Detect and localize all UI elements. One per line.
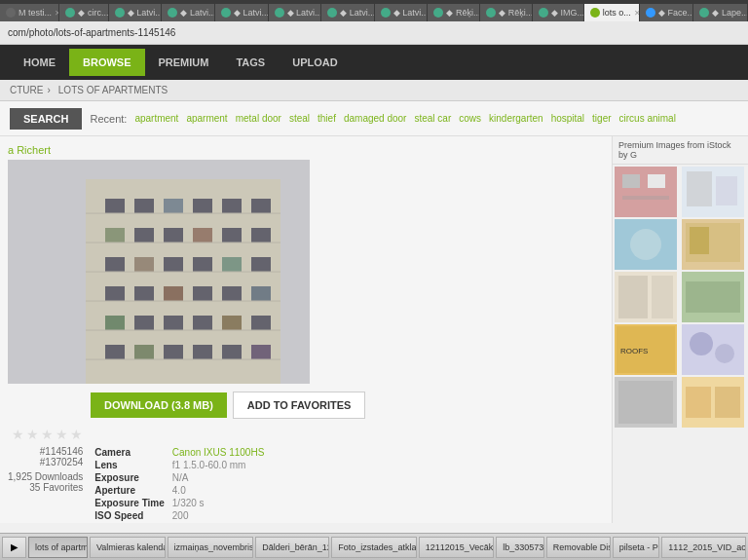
svg-rect-5	[164, 199, 183, 213]
svg-rect-18	[193, 257, 212, 272]
svg-rect-29	[164, 316, 183, 330]
tab-icon-2	[65, 8, 75, 18]
tag-circus-animal[interactable]: circus animal	[619, 113, 676, 124]
premium-thumb-3[interactable]	[615, 219, 677, 270]
tag-steal-car[interactable]: steal car	[414, 113, 451, 124]
search-button[interactable]: SEARCH	[10, 108, 82, 130]
svg-text:ROOFS: ROOFS	[620, 347, 648, 355]
premium-thumb-10[interactable]	[682, 377, 744, 428]
nav-browse[interactable]: BROWSE	[69, 49, 145, 76]
breadcrumb: CTURE › LOTS OF APARTMENTS	[0, 80, 748, 101]
svg-rect-13	[222, 228, 242, 243]
premium-header: Premium Images from iStock by G	[613, 136, 748, 165]
tab-2[interactable]: ◆ circ...	[59, 4, 108, 21]
nav-home[interactable]: HOME	[10, 49, 69, 76]
taskbar-item-1[interactable]: lots of apartment...	[28, 537, 88, 558]
aperture-value: 4.0	[168, 484, 269, 497]
tab-6[interactable]: ◆ Latvi...	[269, 4, 322, 21]
tab-icon-12	[590, 8, 600, 18]
svg-rect-28	[134, 316, 154, 330]
tab-1[interactable]: M testi...✕	[0, 4, 59, 21]
premium-thumb-6[interactable]	[682, 272, 744, 322]
svg-rect-10	[134, 228, 154, 243]
building-facade	[8, 160, 310, 384]
tab-icon-11	[539, 8, 548, 18]
taskbar-item-2[interactable]: Removable Disk (E:)	[546, 537, 611, 558]
tag-tiger[interactable]: tiger	[592, 113, 611, 124]
bias-label: Exposure Bias	[91, 522, 168, 523]
aperture-label: Aperture	[91, 484, 168, 497]
tab-14[interactable]: ◆ Lape...	[693, 4, 747, 21]
tab-4[interactable]: ◆ Latvi...	[162, 4, 215, 21]
tag-thief[interactable]: thief	[318, 113, 336, 124]
tag-metal-door[interactable]: metal door	[236, 113, 281, 124]
nav-tags[interactable]: TAGS	[222, 49, 279, 76]
svg-rect-36	[193, 345, 212, 359]
tab-12[interactable]: lots o...✕	[584, 4, 640, 21]
premium-thumb-5[interactable]	[615, 272, 677, 322]
tab-10[interactable]: ◆ Rēķi...	[480, 4, 533, 21]
favorites-count: 35 Favorites	[8, 482, 83, 493]
exposure-value: N/A	[168, 471, 269, 484]
stats-block: #1145146 #1370254 1,925 Downloads 35 Fav…	[8, 446, 83, 523]
breadcrumb-link[interactable]: CTURE	[10, 85, 43, 95]
taskbar-file-7[interactable]: 1112_2015_VID_acim...docx	[661, 537, 746, 558]
svg-rect-30	[193, 316, 212, 330]
svg-rect-37	[222, 345, 242, 359]
nav-upload[interactable]: UPLOAD	[279, 49, 351, 76]
tab-11[interactable]: ◆ IMG...	[533, 4, 584, 21]
tab-icon-4	[168, 8, 177, 18]
tag-hospital[interactable]: hospital	[551, 113, 584, 124]
premium-thumb-1[interactable]	[615, 167, 677, 217]
svg-rect-15	[105, 257, 125, 272]
tab-5[interactable]: ◆ Latvi...	[215, 4, 269, 21]
start-button[interactable]: ▶	[2, 537, 26, 558]
premium-thumb-9[interactable]	[615, 377, 677, 428]
svg-rect-14	[251, 228, 271, 243]
svg-rect-26	[251, 286, 271, 301]
tab-8[interactable]: ◆ Latvi...	[375, 4, 429, 21]
taskbar-file-5[interactable]: 12112015_Vecāks...docx	[419, 537, 494, 558]
taskbar-item-3[interactable]: pilseta - Paint	[613, 537, 659, 558]
tab-3[interactable]: ◆ Latvi...	[109, 4, 163, 21]
exposure-time-value: 1/320 s	[168, 497, 269, 509]
svg-rect-16	[134, 257, 154, 272]
svg-rect-25	[222, 286, 242, 301]
tab-13[interactable]: ◆ Face...	[640, 4, 693, 21]
tab-9[interactable]: ◆ Rēķi...	[428, 4, 480, 21]
tag-damaged-door[interactable]: damaged door	[344, 113, 407, 124]
add-to-favorites-button[interactable]: ADD TO FAVORITES	[233, 392, 366, 419]
taskbar-file-4[interactable]: Foto_izstades_atklasan...doc	[331, 537, 416, 558]
svg-rect-59	[652, 276, 673, 318]
svg-point-53	[630, 229, 661, 260]
taskbar-file-6[interactable]: lb_330573.jpg	[496, 537, 544, 558]
taskbar-file-2[interactable]: izmaiņas_novembris_1...docx	[168, 537, 254, 558]
tag-cows[interactable]: cows	[459, 113, 481, 124]
premium-thumb-4[interactable]	[682, 219, 744, 270]
taskbar-file-3[interactable]: Dālderi_bērān_1211.doc	[255, 537, 329, 558]
tag-kindergarten[interactable]: kindergarten	[489, 113, 543, 124]
tab-icon-8	[381, 8, 391, 18]
nav-premium[interactable]: PREMIUM	[145, 49, 223, 76]
author-name[interactable]: a Richert	[8, 144, 604, 156]
tab-icon-6	[275, 8, 284, 18]
exposure-time-label: Exposure Time	[91, 497, 168, 509]
taskbar-file-1[interactable]: Valmieras kalendars 20...	[90, 537, 166, 558]
tag-steal[interactable]: steal	[289, 113, 310, 124]
tab-icon-7	[327, 8, 337, 18]
premium-thumb-8[interactable]	[682, 324, 744, 375]
tab-icon-3	[115, 8, 125, 18]
svg-rect-47	[648, 174, 665, 188]
svg-rect-8	[251, 199, 271, 213]
tag-aparment[interactable]: aparment	[186, 113, 227, 124]
tag-apartment[interactable]: apartment	[134, 113, 178, 124]
svg-rect-61	[686, 281, 740, 313]
premium-thumb-7[interactable]: ROOFS	[615, 324, 677, 375]
download-button[interactable]: DOWNLOAD (3.8 MB)	[91, 392, 227, 418]
svg-rect-72	[715, 387, 740, 418]
address-bar: com/photo/lots-of-apartments-1145146	[0, 21, 748, 45]
tab-7[interactable]: ◆ Latvi...	[321, 4, 375, 21]
premium-thumb-2[interactable]	[682, 167, 744, 217]
main-content: a Richert	[0, 136, 748, 523]
svg-rect-7	[222, 199, 242, 213]
